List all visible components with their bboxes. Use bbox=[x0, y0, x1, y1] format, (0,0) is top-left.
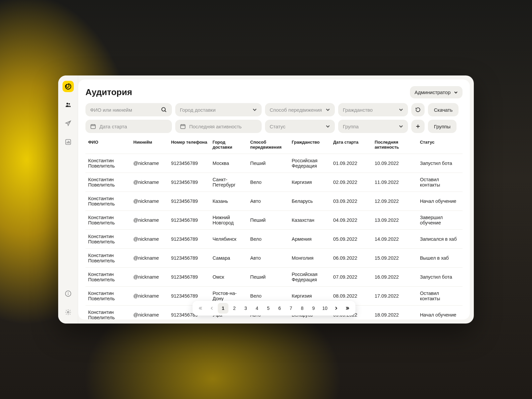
cell-last: 14.09.2022 bbox=[372, 230, 417, 249]
cell-last: 18.09.2022 bbox=[372, 306, 417, 320]
table-row[interactable]: Константин Повелитель@nickname9123456789… bbox=[85, 173, 463, 192]
nav-audience[interactable] bbox=[62, 99, 74, 111]
th-nickname[interactable]: Никнейм bbox=[131, 136, 168, 154]
app-logo[interactable] bbox=[63, 81, 74, 92]
table-row[interactable]: Константин Повелитель@nickname9123456789… bbox=[85, 192, 463, 211]
spiral-icon bbox=[65, 83, 72, 90]
reset-filters-button[interactable] bbox=[411, 103, 425, 116]
page-number[interactable]: 8 bbox=[297, 303, 308, 314]
page-number[interactable]: 5 bbox=[263, 303, 274, 314]
page-next[interactable] bbox=[331, 303, 341, 314]
filter-last-activity[interactable]: Последняя активность bbox=[175, 120, 262, 133]
page-prev[interactable] bbox=[206, 303, 217, 314]
cell-status: Начал обучение bbox=[417, 192, 463, 211]
cell-cit: Российская Федерация bbox=[289, 154, 331, 173]
pagination: 12345678910 bbox=[193, 301, 355, 316]
page-number[interactable]: 10 bbox=[320, 303, 330, 314]
page-number[interactable]: 1 bbox=[218, 303, 228, 314]
cell-start: 03.09.2022 bbox=[331, 192, 372, 211]
page-number[interactable]: 9 bbox=[308, 303, 319, 314]
cell-fio: Константин Повелитель bbox=[85, 287, 131, 306]
cell-nick: @nickname bbox=[131, 287, 168, 306]
filter-city[interactable]: Город доставки bbox=[175, 103, 262, 116]
add-button[interactable] bbox=[411, 120, 425, 133]
groups-button[interactable]: Группы bbox=[428, 120, 457, 133]
th-phone[interactable]: Номер телефона bbox=[168, 136, 210, 154]
th-fio[interactable]: ФИО bbox=[85, 136, 131, 154]
refresh-icon bbox=[415, 107, 421, 113]
chevron-down-icon bbox=[326, 124, 330, 129]
cell-fio: Константин Повелитель bbox=[85, 211, 131, 230]
paper-plane-icon bbox=[65, 120, 71, 127]
nav-send[interactable] bbox=[62, 117, 74, 129]
cell-phone: 9123456789 bbox=[168, 211, 210, 230]
svg-point-7 bbox=[67, 292, 68, 293]
chevron-left-icon bbox=[210, 306, 214, 310]
cell-city: Нижний Новгород bbox=[210, 211, 247, 230]
th-last[interactable]: Последняя активность bbox=[372, 136, 417, 154]
cell-city: Москва bbox=[210, 154, 247, 173]
app-window: Аудитория Администратор Город доставки С… bbox=[58, 75, 474, 324]
admin-menu-button[interactable]: Администратор bbox=[410, 86, 463, 98]
th-start[interactable]: Дата старта bbox=[331, 136, 372, 154]
cell-nick: @nickname bbox=[131, 192, 168, 211]
chevron-down-icon bbox=[454, 90, 458, 94]
th-movement[interactable]: Способ передвижения bbox=[248, 136, 289, 154]
nav-settings[interactable] bbox=[62, 306, 74, 318]
cell-last: 15.09.2022 bbox=[372, 249, 417, 268]
filter-citizenship[interactable]: Гражданство bbox=[338, 103, 408, 116]
cell-nick: @nickname bbox=[131, 211, 168, 230]
cell-start: 04.09.2022 bbox=[331, 211, 372, 230]
table-row[interactable]: Константин Повелитель@nickname9123456789… bbox=[85, 211, 463, 230]
page-first[interactable] bbox=[195, 303, 206, 314]
th-status[interactable]: Статус bbox=[417, 136, 463, 154]
search-input[interactable] bbox=[90, 107, 158, 113]
chevron-down-icon bbox=[252, 107, 257, 112]
cell-cit: Армения bbox=[289, 230, 331, 249]
page-number[interactable]: 6 bbox=[274, 303, 285, 314]
cell-status: Завершил обучение bbox=[417, 211, 463, 230]
th-city[interactable]: Город доставки bbox=[210, 136, 247, 154]
page-last[interactable] bbox=[342, 303, 353, 314]
sidebar bbox=[58, 75, 78, 324]
filter-movement[interactable]: Способ передвижения bbox=[265, 103, 335, 116]
search-input-wrap[interactable] bbox=[85, 103, 172, 116]
page-number[interactable]: 7 bbox=[286, 303, 296, 314]
page-number[interactable]: 3 bbox=[240, 303, 251, 314]
cell-fio: Константин Повелитель bbox=[85, 154, 131, 173]
filter-row-2: Дата старта Последняя активность Статус … bbox=[85, 120, 463, 133]
page-number[interactable]: 2 bbox=[229, 303, 240, 314]
filter-start-date[interactable]: Дата старта bbox=[85, 120, 172, 133]
cell-start: 07.09.2022 bbox=[331, 268, 372, 287]
chevron-down-icon bbox=[399, 107, 403, 112]
cell-fio: Константин Повелитель bbox=[85, 173, 131, 192]
table-row[interactable]: Константин Повелитель@nickname9123456789… bbox=[85, 230, 463, 249]
filter-row-1: Город доставки Способ передвижения Гражд… bbox=[85, 103, 463, 116]
table-row[interactable]: Константин Повелитель@nickname9123456789… bbox=[85, 249, 463, 268]
info-icon bbox=[65, 290, 71, 297]
chevron-down-icon bbox=[326, 107, 330, 112]
nav-info[interactable] bbox=[62, 288, 74, 300]
cell-fio: Константин Повелитель bbox=[85, 306, 131, 320]
cell-cit: Казахстан bbox=[289, 211, 331, 230]
cell-start: 02.09.2022 bbox=[331, 173, 372, 192]
th-citizenship[interactable]: Гражданство bbox=[289, 136, 331, 154]
cell-last: 13.09.2022 bbox=[372, 211, 417, 230]
cell-move: Авто bbox=[248, 249, 289, 268]
cell-cit: Российская Федерация bbox=[289, 268, 331, 287]
gear-icon bbox=[65, 309, 71, 316]
cell-status: Записался в хаб bbox=[417, 230, 463, 249]
cell-cit: Киргизия bbox=[289, 173, 331, 192]
filter-group[interactable]: Группа bbox=[338, 120, 408, 133]
chevron-down-icon bbox=[399, 124, 403, 129]
filter-status[interactable]: Статус bbox=[265, 120, 335, 133]
table-row[interactable]: Константин Повелитель@nickname9123456789… bbox=[85, 154, 463, 173]
download-button[interactable]: Скачать bbox=[428, 103, 459, 116]
cell-move: Авто bbox=[248, 192, 289, 211]
nav-analytics[interactable] bbox=[62, 136, 74, 148]
cell-city: Казань bbox=[210, 192, 247, 211]
table-row[interactable]: Константин Повелитель@nickname9123456789… bbox=[85, 268, 463, 287]
admin-label: Администратор bbox=[415, 89, 451, 95]
cell-start: 01.09.2022 bbox=[331, 154, 372, 173]
page-number[interactable]: 4 bbox=[252, 303, 262, 314]
